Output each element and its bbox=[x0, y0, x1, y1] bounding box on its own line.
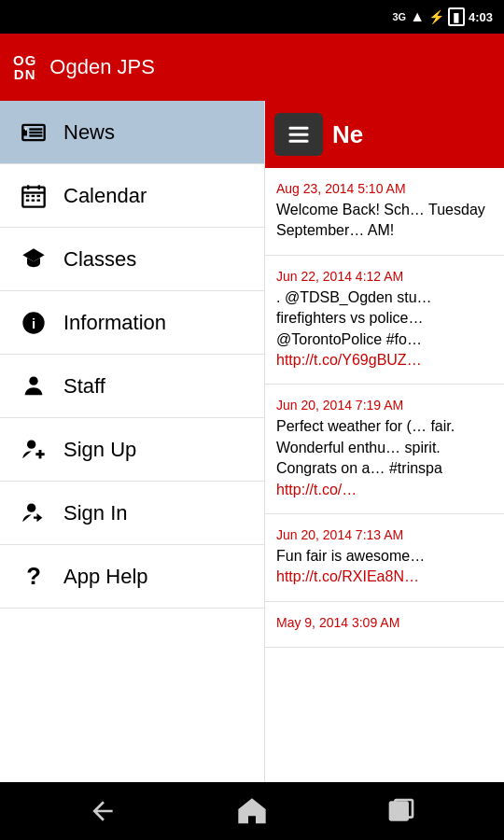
news-content: Fun fair is awesome… http://t.co/RXIEa8N… bbox=[276, 546, 493, 588]
svg-rect-10 bbox=[37, 194, 41, 196]
sidebar-item-news[interactable]: News bbox=[0, 101, 264, 164]
svg-text:?: ? bbox=[26, 564, 41, 589]
status-bar: 3G ▲ ⚡ ▮ 4:03 bbox=[0, 0, 504, 34]
sidebar-calendar-label: Calendar bbox=[63, 184, 147, 208]
sidebar-item-calendar[interactable]: Calendar bbox=[0, 164, 264, 228]
list-menu-button[interactable] bbox=[274, 113, 323, 156]
sidebar: News Calendar bbox=[0, 101, 265, 782]
sidebar-item-information[interactable]: i Information bbox=[0, 291, 264, 355]
signin-icon bbox=[19, 498, 49, 528]
help-icon: ? bbox=[19, 562, 49, 592]
sidebar-apphelp-label: App Help bbox=[63, 565, 148, 589]
sidebar-news-label: News bbox=[63, 120, 115, 145]
news-link[interactable]: http://t.co/… bbox=[276, 482, 357, 497]
news-content: . @TDSB_Ogden stu… firefighters vs polic… bbox=[276, 287, 493, 371]
news-timestamp: May 9, 2014 3:09 AM bbox=[276, 615, 493, 630]
main-area: News Calendar bbox=[0, 101, 504, 782]
news-timestamp: Aug 23, 2014 5:10 AM bbox=[276, 181, 493, 196]
sidebar-classes-label: Classes bbox=[63, 247, 136, 272]
news-item: Jun 20, 2014 7:19 AM Perfect weather for… bbox=[265, 385, 504, 514]
battery-icon: ▮ bbox=[448, 7, 465, 26]
news-timestamp: Jun 20, 2014 7:13 AM bbox=[276, 527, 493, 542]
news-timestamp: Jun 22, 2014 4:12 AM bbox=[276, 269, 493, 284]
logo-bottom: DN bbox=[14, 67, 36, 81]
news-item: May 9, 2014 3:09 AM bbox=[265, 602, 504, 648]
lightning-icon: ⚡ bbox=[428, 9, 444, 24]
svg-rect-25 bbox=[289, 140, 309, 143]
news-item: Jun 22, 2014 4:12 AM . @TDSB_Ogden stu… … bbox=[265, 256, 504, 385]
app-bar: OG DN Ogden JPS bbox=[0, 34, 504, 101]
sidebar-signin-label: Sign In bbox=[63, 501, 128, 525]
sidebar-information-label: Information bbox=[63, 311, 166, 335]
svg-rect-11 bbox=[26, 199, 29, 201]
sidebar-staff-label: Staff bbox=[63, 374, 105, 399]
bottom-nav bbox=[0, 782, 504, 840]
news-header-title: Ne bbox=[332, 120, 363, 149]
svg-rect-8 bbox=[26, 194, 29, 196]
svg-marker-26 bbox=[240, 800, 265, 822]
sidebar-item-apphelp[interactable]: ? App Help bbox=[0, 545, 264, 609]
logo-top: OG bbox=[13, 53, 36, 67]
app-logo: OG DN bbox=[13, 53, 36, 81]
sidebar-item-signin[interactable]: Sign In bbox=[0, 482, 264, 545]
signup-icon bbox=[19, 435, 49, 465]
svg-rect-24 bbox=[289, 133, 309, 136]
svg-point-21 bbox=[27, 503, 35, 511]
news-timestamp: Jun 20, 2014 7:19 AM bbox=[276, 398, 493, 413]
news-panel: Ne Aug 23, 2014 5:10 AM Welcome Back! Sc… bbox=[265, 101, 504, 782]
back-button[interactable] bbox=[75, 791, 131, 832]
news-link[interactable]: http://t.co/Y69gBUZ… bbox=[276, 352, 422, 368]
news-link[interactable]: http://t.co/RXIEa8N… bbox=[276, 568, 419, 584]
svg-rect-23 bbox=[289, 127, 309, 130]
home-button[interactable] bbox=[224, 791, 280, 832]
svg-rect-13 bbox=[37, 199, 41, 201]
svg-point-18 bbox=[27, 440, 35, 448]
news-content: Perfect weather for (… fair. Wonderful e… bbox=[276, 416, 493, 500]
recents-button[interactable] bbox=[373, 791, 429, 832]
news-icon bbox=[19, 118, 49, 147]
svg-rect-9 bbox=[32, 194, 35, 196]
status-icons: 3G ▲ ⚡ ▮ 4:03 bbox=[392, 7, 493, 26]
sidebar-item-classes[interactable]: Classes bbox=[0, 228, 264, 291]
news-content: Welcome Back! Sch… Tuesday September… AM… bbox=[276, 200, 493, 242]
sidebar-signup-label: Sign Up bbox=[63, 438, 136, 462]
news-item: Jun 20, 2014 7:13 AM Fun fair is awesome… bbox=[265, 514, 504, 602]
sidebar-item-staff[interactable]: Staff bbox=[0, 355, 264, 418]
sidebar-item-signup[interactable]: Sign Up bbox=[0, 418, 264, 482]
classes-icon bbox=[19, 245, 49, 274]
news-item: Aug 23, 2014 5:10 AM Welcome Back! Sch… … bbox=[265, 168, 504, 256]
svg-text:i: i bbox=[32, 315, 35, 330]
news-header: Ne bbox=[265, 101, 504, 168]
calendar-icon bbox=[19, 181, 49, 211]
clock: 4:03 bbox=[469, 10, 493, 24]
svg-rect-12 bbox=[32, 199, 35, 201]
signal-bars-icon: ▲ bbox=[410, 8, 425, 25]
svg-rect-4 bbox=[22, 187, 44, 206]
svg-marker-14 bbox=[22, 248, 44, 261]
news-feed[interactable]: Aug 23, 2014 5:10 AM Welcome Back! Sch… … bbox=[265, 168, 504, 782]
staff-icon bbox=[19, 371, 49, 401]
app-title: Ogden JPS bbox=[49, 55, 155, 79]
signal-indicator: 3G bbox=[392, 11, 406, 22]
svg-point-17 bbox=[29, 376, 37, 385]
info-icon: i bbox=[19, 308, 49, 338]
